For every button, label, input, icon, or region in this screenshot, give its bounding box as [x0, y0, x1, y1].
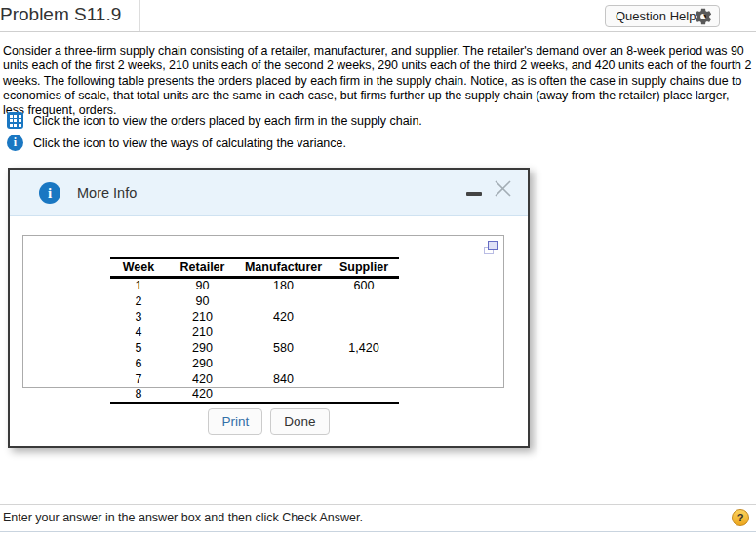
gear-icon[interactable]	[694, 7, 713, 26]
column-header-retailer: Retailer	[167, 258, 238, 278]
cell-manufacturer	[238, 325, 329, 340]
cell-retailer: 210	[167, 325, 238, 340]
cell-supplier	[329, 356, 399, 371]
cell-manufacturer: 840	[238, 371, 329, 387]
cell-manufacturer	[238, 293, 329, 309]
problem-statement: Consider a three-firm supply chain consi…	[3, 44, 753, 118]
cell-week: 8	[110, 387, 167, 403]
info-icon[interactable]: i	[7, 135, 23, 151]
table-row: 7 420 840	[110, 371, 399, 387]
cell-supplier	[329, 293, 399, 309]
table-row: 6 290	[110, 356, 399, 371]
cell-supplier: 1,420	[329, 340, 399, 356]
print-button[interactable]: Print	[208, 408, 262, 435]
popout-window-icon[interactable]	[484, 241, 498, 254]
column-header-week: Week	[110, 258, 167, 278]
cell-retailer: 290	[167, 340, 238, 356]
table-header-row: Week Retailer Manufacturer Supplier	[110, 258, 399, 278]
question-help-label: Question Help	[616, 9, 696, 23]
orders-panel: Week Retailer Manufacturer Supplier 1 90…	[22, 235, 504, 388]
cell-week: 5	[110, 340, 167, 356]
more-info-dialog: i More Info Week Retailer Manufacturer S…	[8, 168, 530, 448]
cell-manufacturer: 580	[238, 340, 329, 356]
done-button[interactable]: Done	[270, 408, 329, 435]
cell-manufacturer: 420	[238, 309, 329, 325]
table-grid-icon[interactable]	[7, 112, 23, 129]
table-row: 1 90 180 600	[110, 278, 399, 293]
cell-week: 7	[110, 371, 167, 387]
footer-divider	[0, 504, 756, 505]
orders-table: Week Retailer Manufacturer Supplier 1 90…	[110, 257, 399, 404]
table-row: 5 290 580 1,420	[110, 340, 399, 356]
cell-manufacturer: 180	[238, 278, 329, 293]
bottom-border	[0, 531, 756, 532]
title-divider	[139, 0, 140, 31]
dialog-title: More Info	[77, 185, 137, 201]
footer-instruction: Enter your answer in the answer box and …	[3, 511, 363, 524]
cell-retailer: 210	[167, 309, 238, 325]
hint-orders-text: Click the icon to view the orders placed…	[33, 114, 422, 128]
column-header-manufacturer: Manufacturer	[238, 258, 329, 278]
cell-supplier	[329, 387, 399, 403]
cell-retailer: 290	[167, 356, 238, 371]
cell-supplier: 600	[329, 278, 399, 293]
cell-retailer: 90	[167, 293, 238, 309]
table-row: 4 210	[110, 325, 399, 340]
cell-manufacturer	[238, 387, 329, 403]
hint-orders-row: Click the icon to view the orders placed…	[7, 112, 422, 129]
cell-supplier	[329, 325, 399, 340]
cell-manufacturer	[238, 356, 329, 371]
table-row: 2 90	[110, 293, 399, 309]
dialog-button-row: Print Done	[10, 408, 528, 435]
cell-week: 6	[110, 356, 167, 371]
cell-retailer: 420	[167, 387, 238, 403]
cell-week: 1	[110, 278, 167, 293]
cell-supplier	[329, 371, 399, 387]
cell-retailer: 90	[167, 278, 238, 293]
cell-supplier	[329, 309, 399, 325]
cell-week: 3	[110, 309, 167, 325]
cell-retailer: 420	[167, 371, 238, 387]
page-title: Problem S11.9	[0, 4, 121, 25]
top-bar: Problem S11.9 Question Help ▼	[0, 0, 756, 32]
hint-variance-text: Click the icon to view the ways of calcu…	[33, 136, 346, 150]
cell-week: 4	[110, 325, 167, 340]
minimize-icon[interactable]	[466, 192, 482, 196]
dialog-header[interactable]: i More Info	[10, 170, 528, 216]
info-icon: i	[39, 182, 60, 204]
help-icon[interactable]: ?	[732, 509, 749, 526]
table-row: 8 420	[110, 387, 399, 403]
cell-week: 2	[110, 293, 167, 309]
column-header-supplier: Supplier	[329, 258, 399, 278]
table-row: 3 210 420	[110, 309, 399, 325]
close-icon[interactable]	[493, 178, 513, 199]
hint-variance-row: i Click the icon to view the ways of cal…	[7, 135, 346, 151]
